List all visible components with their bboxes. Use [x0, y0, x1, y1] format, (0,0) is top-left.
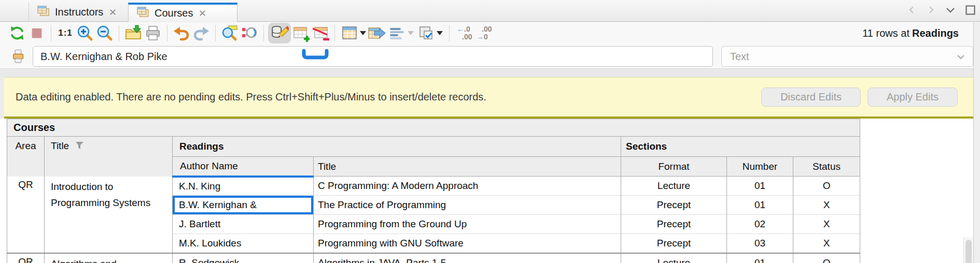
zoom-in-icon[interactable] — [75, 23, 95, 43]
column-header-area[interactable]: Area — [7, 137, 45, 177]
column-header-author-name[interactable]: Author Name — [173, 157, 314, 177]
grid-cell[interactable]: 02 — [727, 215, 793, 234]
chevron-down-icon — [956, 51, 965, 63]
group-header-sections[interactable]: Sections — [621, 137, 860, 157]
close-icon[interactable] — [199, 9, 206, 17]
tab-instructors[interactable]: Instructors — [29, 3, 128, 22]
edit-mode-banner: Data editing enabled. There are no pendi… — [4, 77, 973, 119]
grid-cell[interactable]: Precept — [621, 234, 727, 253]
close-icon[interactable] — [109, 8, 117, 16]
tab-label: Courses — [155, 7, 193, 19]
tab-label: Instructors — [55, 6, 103, 18]
grid-cell[interactable]: Precept — [621, 196, 727, 215]
discard-edits-button[interactable]: Discard Edits — [761, 87, 861, 107]
group-header-readings[interactable]: Readings — [173, 137, 621, 157]
grid-row: QRAlgorithms andR. SedgewickAlgorithms i… — [7, 253, 860, 263]
tab-scroll-left-icon[interactable] — [907, 5, 917, 17]
zoom-out-icon[interactable] — [95, 23, 115, 43]
chevron-down-icon — [360, 31, 366, 35]
find-column-icon[interactable] — [240, 23, 259, 43]
tab-scroll-right-icon[interactable] — [926, 5, 936, 17]
row-count-status: 11 rows atReadings — [862, 22, 959, 44]
grid-row: QRIntroduction to Programming SystemsK.N… — [7, 177, 860, 196]
boolean-display-menu[interactable] — [415, 23, 445, 43]
grid-cell[interactable]: 01 — [727, 196, 793, 215]
grid-cell[interactable]: X — [793, 234, 860, 253]
grid-cell[interactable]: Introduction to Programming Systems — [45, 177, 173, 253]
chevron-down-icon — [437, 31, 443, 35]
reload-icon[interactable] — [7, 23, 27, 43]
grid-cell[interactable]: 01 — [727, 177, 793, 196]
panel-gap — [0, 69, 973, 77]
find-icon[interactable] — [220, 23, 240, 43]
table-icon — [136, 5, 150, 21]
column-header-format[interactable]: Format — [621, 157, 727, 177]
export-grid-icon[interactable] — [367, 23, 387, 43]
grid-cell[interactable]: C Programming: A Modern Approach — [314, 177, 621, 196]
toolbar-separator — [119, 25, 119, 41]
grid-cell[interactable]: B.W. Kernighan & — [173, 196, 314, 215]
toolbar-separator — [167, 25, 167, 41]
tab-list-chevron-icon[interactable] — [944, 5, 957, 17]
column-header-status[interactable]: Status — [793, 157, 860, 177]
grid-title: Courses — [7, 119, 860, 137]
delete-row-icon[interactable] — [311, 23, 330, 43]
grid-toolbar: 1:1 ←.0.00 .00→0 11 rows atReadings — [0, 22, 973, 44]
grid-cell[interactable]: X — [793, 196, 860, 215]
grid-cell[interactable]: Algorithms and — [45, 253, 173, 263]
scrollbar-thumb[interactable] — [965, 240, 972, 263]
grid-cell[interactable]: X — [793, 215, 860, 234]
cell-value-input[interactable] — [33, 46, 713, 67]
edit-table-data-icon[interactable] — [268, 23, 291, 43]
grid-cell[interactable]: R. Sedgewick — [173, 253, 314, 263]
grid-cell[interactable]: Programming with GNU Software — [314, 234, 621, 253]
stop-icon[interactable] — [27, 23, 47, 43]
grid-cell[interactable]: Precept — [621, 215, 727, 234]
tab-courses[interactable]: Courses — [128, 3, 237, 22]
tab-bar: Instructors Courses — [0, 0, 980, 22]
grid-cell[interactable]: The Practice of Programming — [314, 196, 621, 215]
value-type-dropdown[interactable]: Text — [721, 46, 973, 67]
maximize-icon[interactable] — [965, 5, 976, 18]
grid-cell[interactable]: O — [793, 253, 860, 263]
grid-cell[interactable]: Algorithms in JAVA, Parts 1-5 — [314, 253, 621, 263]
window-right-edge — [973, 22, 980, 263]
apply-edits-button[interactable]: Apply Edits — [867, 87, 958, 107]
vertical-scrollbar[interactable] — [963, 237, 973, 263]
insert-row-icon[interactable] — [291, 23, 311, 43]
grid-cell[interactable]: QR — [7, 177, 45, 253]
decrease-decimals-icon[interactable]: ←.0.00 — [454, 23, 473, 43]
grid-cell[interactable]: Lecture — [621, 253, 727, 263]
zoom-ratio-label: 1:1 — [55, 23, 75, 43]
toolbar-separator — [215, 25, 216, 41]
banner-message: Data editing enabled. There are no pendi… — [16, 91, 761, 103]
grid-cell[interactable]: J. Bartlett — [173, 215, 314, 234]
row-display-menu[interactable] — [387, 23, 415, 43]
grid-cell[interactable]: 01 — [727, 253, 793, 263]
result-grid-panel: Courses Area Title Readings Sections Aut… — [0, 119, 973, 263]
value-type-label: Text — [730, 51, 749, 63]
undo-icon[interactable] — [172, 23, 191, 43]
column-header-number[interactable]: Number — [727, 157, 793, 177]
cell-editor-bar: Text — [0, 44, 973, 69]
column-header-reading-title[interactable]: Title — [314, 157, 621, 177]
increase-decimals-icon[interactable]: .00→0 — [473, 23, 493, 43]
grid-cell[interactable]: Lecture — [621, 177, 727, 196]
print-icon[interactable] — [143, 23, 163, 43]
grid-cell[interactable]: M.K. Loukides — [173, 234, 314, 253]
grid-cell[interactable]: O — [793, 177, 860, 196]
toolbar-separator — [51, 25, 51, 41]
form-view-icon[interactable] — [11, 48, 25, 67]
toolbar-separator — [449, 25, 450, 41]
toolbar-separator — [263, 25, 264, 41]
grid-cell[interactable]: Programming from the Ground Up — [314, 215, 621, 234]
table-icon — [36, 4, 50, 20]
grid-cell[interactable]: K.N. King — [173, 177, 314, 196]
redo-icon[interactable] — [191, 23, 211, 43]
column-header-title[interactable]: Title — [45, 137, 173, 177]
grid-cell[interactable]: QR — [7, 253, 45, 263]
grid-view-menu[interactable] — [339, 23, 367, 43]
import-data-icon[interactable] — [123, 23, 143, 43]
filter-icon[interactable] — [75, 141, 84, 152]
grid-cell[interactable]: 03 — [727, 234, 793, 253]
